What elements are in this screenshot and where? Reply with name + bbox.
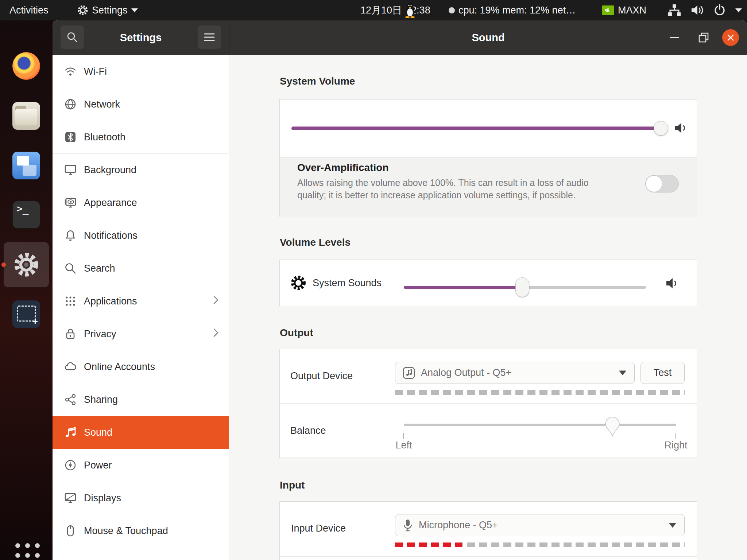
sidebar-item-applications[interactable]: Applications <box>53 285 229 318</box>
sidebar-item-sound[interactable]: Sound <box>53 416 229 449</box>
sidebar-item-notifications[interactable]: Notifications <box>53 219 229 252</box>
wifi-icon <box>63 65 77 78</box>
magnifier-icon <box>63 261 77 275</box>
slider-knob[interactable] <box>654 121 668 136</box>
row-separator <box>280 403 697 404</box>
system-volume-slider[interactable] <box>291 127 661 130</box>
sidebar-item-label: Displays <box>84 493 121 504</box>
over-amplification-title: Over-Amplification <box>297 162 388 174</box>
output-device-label: Output Device <box>290 370 353 382</box>
gear-icon <box>77 5 88 16</box>
menu-button[interactable] <box>198 26 221 49</box>
sidebar-item-privacy[interactable]: Privacy <box>53 318 229 350</box>
terminal-icon[interactable]: >_ <box>12 201 40 229</box>
sidebar-item-displays[interactable]: Displays <box>53 482 229 514</box>
show-applications-button[interactable] <box>14 542 42 560</box>
sidebar-item-sharing[interactable]: Sharing <box>53 383 229 416</box>
power-bolt-icon <box>63 458 77 472</box>
close-icon <box>722 29 739 46</box>
speaker-icon <box>674 121 688 136</box>
over-amplification-toggle[interactable] <box>645 175 679 192</box>
system-sounds-gear-icon <box>290 275 307 293</box>
sidebar-item-label: Online Accounts <box>84 361 155 373</box>
output-card: Output Device Analog Output - Q5+ Test B… <box>279 349 697 458</box>
sidebar-item-search[interactable]: Search <box>53 252 229 285</box>
lock-icon <box>63 327 77 341</box>
sidebar-item-mouse-touchpad[interactable]: Mouse & Touchpad <box>53 514 229 547</box>
sidebar-item-label: Notifications <box>84 230 138 241</box>
globe-icon <box>63 97 77 111</box>
sidebar-item-label: Privacy <box>84 328 116 340</box>
row-separator <box>280 556 697 557</box>
input-level-meter <box>395 542 685 547</box>
sidebar-item-power[interactable]: Power <box>53 449 229 482</box>
settings-window: Settings Sound <box>53 20 747 560</box>
bluetooth-icon <box>63 130 77 144</box>
clock-date: 12月10日 <box>360 4 402 17</box>
system-volume-heading: System Volume <box>280 75 355 87</box>
sidebar-item-label: Sound <box>84 427 112 438</box>
sidebar-item-background[interactable]: Background <box>53 153 229 186</box>
test-speakers-button[interactable]: Test <box>640 362 685 384</box>
over-amplification-row: Over-Amplification Allows raising the vo… <box>280 157 697 217</box>
main-header: Sound <box>229 20 747 55</box>
running-indicator-dot <box>1 262 6 267</box>
share-icon <box>63 393 77 407</box>
over-amplification-description-line2: quality; it is better to increase applic… <box>297 189 576 201</box>
speaker-icon <box>666 277 680 291</box>
nvidia-icon <box>602 5 614 15</box>
chevron-down-icon <box>735 8 742 12</box>
output-heading: Output <box>280 327 313 339</box>
sound-panel: System Volume Over-Amplification Allows … <box>229 55 747 560</box>
system-sounds-slider[interactable] <box>404 286 646 289</box>
microphone-icon <box>403 519 413 532</box>
input-heading: Input <box>280 479 305 491</box>
screenshot-tool-icon[interactable]: + <box>12 300 40 328</box>
restore-button[interactable] <box>695 20 712 55</box>
output-device-dropdown[interactable]: Analog Output - Q5+ <box>395 362 635 384</box>
clock-menu[interactable]: 12月10日 12:38 <box>360 0 430 20</box>
monitor-icon <box>63 163 77 177</box>
power-icon <box>713 4 726 16</box>
sidebar: Wi-Fi Network Bluetooth Background Appea… <box>53 55 229 560</box>
chevron-down-icon <box>669 523 676 528</box>
sidebar-header: Settings <box>53 20 229 55</box>
sidebar-item-network[interactable]: Network <box>53 88 229 121</box>
app-menu[interactable]: Settings <box>77 0 138 20</box>
system-monitor-text: cpu: 19% mem: 12% net… <box>458 5 576 16</box>
app-menu-label: Settings <box>92 5 128 16</box>
sidebar-item-label: Network <box>84 99 120 110</box>
system-status-area[interactable] <box>667 0 742 20</box>
minimize-button[interactable] <box>666 20 683 55</box>
system-volume-card: Over-Amplification Allows raising the vo… <box>279 99 697 217</box>
gpu-mode-indicator[interactable]: MAXN <box>602 0 646 20</box>
balance-knob[interactable] <box>605 417 620 439</box>
apps-grid-icon <box>63 294 77 308</box>
bell-icon <box>63 229 77 242</box>
files-icon[interactable] <box>12 102 40 130</box>
hamburger-icon <box>204 33 215 42</box>
sidebar-item-appearance[interactable]: Appearance <box>53 186 229 219</box>
activities-button[interactable]: Activities <box>9 0 49 20</box>
sidebar-item-label: Search <box>84 263 115 274</box>
chevron-right-icon <box>213 296 218 307</box>
input-device-dropdown[interactable]: Microphone - Q5+ <box>395 514 685 536</box>
sidebar-item-bluetooth[interactable]: Bluetooth <box>53 121 229 153</box>
slider-knob[interactable] <box>515 277 529 297</box>
display-icon <box>63 491 77 505</box>
close-button[interactable] <box>722 20 739 55</box>
balance-right-label: Right <box>650 440 701 451</box>
settings-gear-icon[interactable] <box>12 251 40 279</box>
sidebar-item-online-accounts[interactable]: Online Accounts <box>53 350 229 383</box>
penguin-icon <box>403 2 417 21</box>
volume-levels-card: System Sounds <box>279 260 697 306</box>
desktop: Activities Settings 12月10日 12:38 <box>0 0 747 560</box>
software-icon[interactable] <box>12 152 40 179</box>
sidebar-item-label: Appearance <box>84 197 137 209</box>
system-monitor-indicator[interactable]: cpu: 19% mem: 12% net… <box>449 0 576 20</box>
sidebar-item-label: Wi-Fi <box>84 66 107 77</box>
sidebar-item-wifi[interactable]: Wi-Fi <box>53 55 229 88</box>
toggle-knob <box>646 175 662 192</box>
firefox-icon[interactable] <box>12 52 40 80</box>
chevron-right-icon <box>213 328 218 340</box>
